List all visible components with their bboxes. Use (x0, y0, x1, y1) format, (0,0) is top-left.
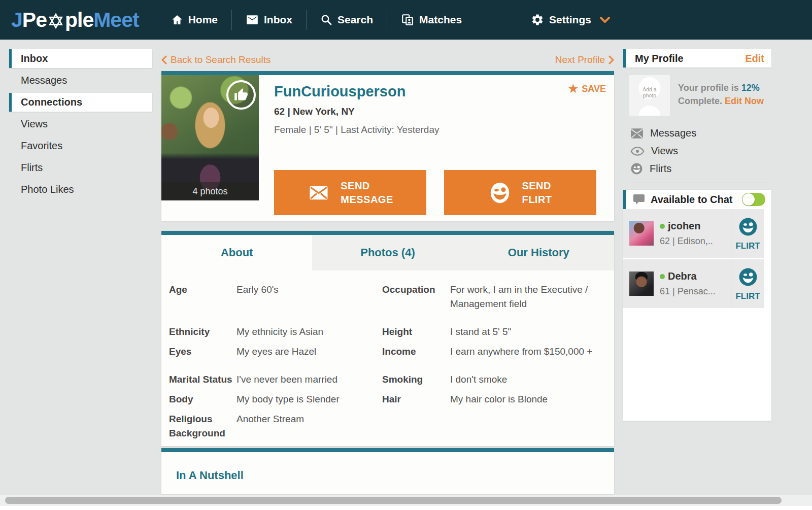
sidebar-item-label: Photo Likes (21, 184, 74, 195)
star-of-david-icon (47, 11, 64, 30)
chat-user-row[interactable]: jcohen 62 | Edison,.. FLIRT (623, 209, 764, 258)
wink-smiley-icon (630, 162, 643, 175)
sidebar-item-inbox[interactable]: Inbox (9, 49, 152, 68)
profile-age-location: 62 | New York, NY (274, 106, 614, 117)
sidebar-item-photo-likes[interactable]: Photo Likes (9, 180, 152, 199)
button-label-line: MESSAGE (341, 193, 393, 207)
eye-icon (630, 146, 645, 157)
toggle-knob (742, 193, 755, 206)
home-icon (171, 14, 183, 26)
scrollbar-thumb[interactable] (5, 497, 782, 504)
sidebar-item-label: Views (21, 118, 48, 130)
edit-profile-link[interactable]: Edit (745, 53, 764, 64)
main-content: Back to Search Results Next Profile 4 ph… (161, 49, 614, 494)
like-badge[interactable] (226, 80, 256, 110)
wink-smiley-icon (738, 267, 758, 287)
thumbs-up-icon (234, 88, 248, 102)
nav-menu: Home Inbox Search Matches Settings (157, 0, 624, 40)
nav-label: Home (188, 14, 218, 26)
profile-card: 4 photos FunCuriousperson 62 | New York,… (161, 71, 614, 221)
flirt-button[interactable]: FLIRT (731, 259, 764, 308)
add-photo-avatar[interactable]: Add a photo (629, 75, 670, 116)
send-flirt-button[interactable]: SENDFLIRT (444, 170, 596, 215)
inbox-icon (246, 13, 259, 26)
link-label: Flirts (650, 163, 671, 175)
nav-home[interactable]: Home (157, 14, 231, 26)
detail-value: I don't smoke (450, 372, 609, 392)
completeness-text: Your profile is 12% Complete. Edit Now (678, 75, 764, 116)
sidebar-item-views[interactable]: Views (9, 115, 152, 133)
chat-toggle[interactable] (742, 193, 765, 206)
tab-row: About Photos (4) Our History (161, 235, 614, 270)
save-button[interactable]: ★ SAVE (568, 82, 606, 95)
available-to-chat-panel: Available to Chat jcohen 62 | Edison,.. … (623, 190, 771, 421)
nav-settings[interactable]: Settings (517, 13, 624, 26)
page: JPepleMeet Home Inbox Search Matches (0, 0, 812, 510)
horizontal-scrollbar (0, 495, 812, 506)
next-profile-link[interactable]: Next Profile (555, 54, 614, 65)
nutshell-card: In A Nutshell (161, 448, 614, 494)
views-link[interactable]: Views (630, 142, 771, 160)
my-profile-links: Messages Views Flirts (623, 124, 771, 178)
back-to-search-link[interactable]: Back to Search Results (161, 54, 270, 65)
detail-value: For work, I am in the Executive / Manage… (450, 283, 609, 325)
send-message-button[interactable]: SENDMESSAGE (274, 170, 426, 215)
logo-text: J (11, 8, 22, 32)
back-label: Back to Search Results (171, 54, 270, 65)
chat-user-row[interactable]: Debra 61 | Pensac... FLIRT (623, 259, 764, 308)
link-label: Views (651, 145, 678, 157)
sidebar-item-label: Messages (21, 75, 67, 86)
site-logo[interactable]: JPepleMeet (11, 8, 139, 32)
detail-label: Age (169, 283, 236, 325)
flirts-link[interactable]: Flirts (630, 160, 771, 178)
chat-user-name: jcohen (660, 220, 713, 232)
sidebar-item-label: Inbox (21, 53, 48, 64)
tab-our-history[interactable]: Our History (463, 235, 614, 270)
photo-count-overlay[interactable]: 4 photos (161, 182, 259, 200)
tab-photos[interactable]: Photos (4) (312, 235, 463, 270)
envelope-icon (630, 128, 644, 139)
link-label: Messages (650, 127, 696, 139)
completeness-prefix: Your profile is (678, 83, 741, 93)
chat-user-photo[interactable] (629, 271, 654, 296)
chat-user-meta: 61 | Pensac... (660, 286, 716, 297)
gear-icon (531, 13, 544, 26)
button-label-line: FLIRT (522, 193, 552, 207)
sidebar-item-flirts[interactable]: Flirts (9, 158, 152, 177)
button-label-line: SEND (341, 179, 393, 193)
online-status-dot (660, 274, 665, 279)
profile-photo[interactable]: 4 photos (161, 75, 259, 200)
my-profile-header: My Profile Edit (623, 49, 771, 67)
online-status-dot (660, 224, 665, 229)
my-profile-title: My Profile (635, 53, 684, 64)
button-label-line: SEND (522, 179, 552, 193)
sidebar-item-connections[interactable]: Connections (9, 93, 152, 112)
nav-search[interactable]: Search (307, 14, 387, 26)
right-sidebar: My Profile Edit Add a photo Your profile… (623, 49, 771, 421)
card-accent-bar (161, 71, 614, 75)
chevron-left-icon (161, 55, 167, 64)
flirt-button[interactable]: FLIRT (731, 209, 764, 258)
chat-user-photo[interactable] (629, 221, 654, 246)
nav-label: Settings (549, 14, 591, 26)
card-accent-bar (161, 231, 614, 235)
detail-label: Occupation (382, 283, 450, 325)
detail-value: I earn anywhere from $150,000 + (450, 345, 609, 372)
sidebar-item-messages[interactable]: Messages (9, 71, 152, 90)
about-details: Age Early 60's Occupation For work, I am… (161, 270, 614, 446)
sidebar-item-favorites[interactable]: Favorites (9, 137, 152, 155)
add-photo-label: Add a photo (629, 86, 670, 98)
edit-now-link[interactable]: Edit Now (725, 96, 764, 106)
nav-matches[interactable]: Matches (387, 13, 476, 26)
detail-label: Smoking (382, 372, 450, 392)
breadcrumb: Back to Search Results Next Profile (161, 51, 614, 69)
available-to-chat-label: Available to Chat (651, 194, 733, 206)
detail-value: Early 60's (236, 283, 382, 325)
detail-value: My hair color is Blonde (450, 392, 609, 412)
messages-link[interactable]: Messages (630, 124, 771, 142)
detail-label (382, 412, 450, 446)
nav-label: Matches (419, 14, 462, 26)
chat-user-name-label: jcohen (668, 220, 700, 232)
tab-about[interactable]: About (161, 235, 312, 270)
nav-inbox[interactable]: Inbox (232, 13, 306, 26)
